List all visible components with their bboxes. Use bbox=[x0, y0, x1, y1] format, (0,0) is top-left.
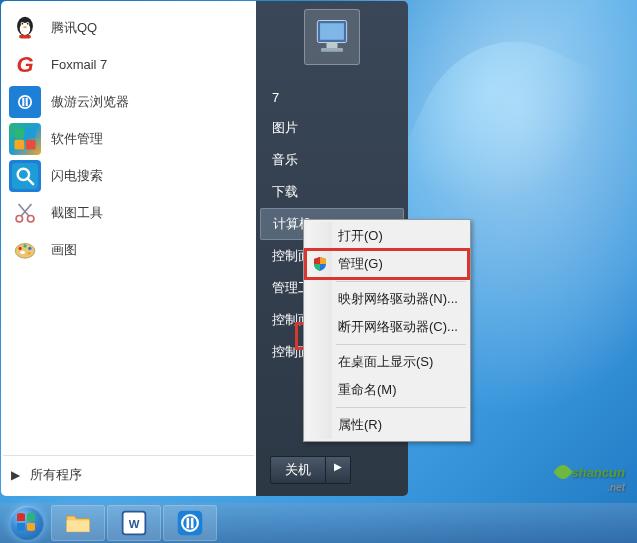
prog-software-mgr[interactable]: 软件管理 bbox=[3, 120, 254, 157]
prog-label: Foxmail 7 bbox=[51, 57, 107, 72]
svg-point-31 bbox=[20, 250, 25, 253]
taskbar-explorer[interactable] bbox=[51, 505, 105, 541]
ctx-manage[interactable]: 管理(G) bbox=[306, 250, 468, 278]
search-app-icon bbox=[9, 160, 41, 192]
svg-point-9 bbox=[27, 22, 29, 24]
shutdown-button[interactable]: 关机 bbox=[270, 456, 326, 484]
all-programs-button[interactable]: ▶ 所有程序 bbox=[3, 455, 254, 494]
foxmail-icon: G bbox=[9, 49, 41, 81]
svg-rect-19 bbox=[12, 163, 38, 189]
right-item-music[interactable]: 音乐 bbox=[256, 144, 408, 176]
prog-qq[interactable]: 腾讯QQ bbox=[3, 9, 254, 46]
svg-rect-1 bbox=[320, 23, 344, 40]
windows-logo-icon bbox=[10, 506, 44, 540]
svg-rect-14 bbox=[26, 97, 28, 105]
svg-rect-15 bbox=[14, 128, 24, 138]
svg-rect-37 bbox=[187, 518, 190, 529]
prog-paint[interactable]: 画图 bbox=[3, 231, 254, 268]
prog-label: 腾讯QQ bbox=[51, 19, 97, 37]
svg-rect-3 bbox=[321, 48, 343, 52]
prog-label: 软件管理 bbox=[51, 130, 103, 148]
svg-point-27 bbox=[19, 246, 22, 249]
taskbar-word[interactable]: W bbox=[107, 505, 161, 541]
svg-rect-2 bbox=[327, 43, 338, 49]
svg-line-25 bbox=[19, 204, 30, 216]
ctx-show-desktop[interactable]: 在桌面上显示(S) bbox=[306, 348, 468, 376]
prog-label: 截图工具 bbox=[51, 204, 103, 222]
svg-rect-18 bbox=[26, 139, 36, 149]
svg-point-8 bbox=[22, 22, 24, 24]
maxthon-icon bbox=[176, 509, 204, 537]
pinned-programs-list: 腾讯QQ G Foxmail 7 傲游云浏览器 软件管理 bbox=[3, 9, 254, 455]
leaf-icon bbox=[553, 462, 573, 482]
prog-label: 画图 bbox=[51, 241, 77, 259]
prog-foxmail[interactable]: G Foxmail 7 bbox=[3, 46, 254, 83]
paint-icon bbox=[9, 234, 41, 266]
svg-point-28 bbox=[23, 244, 26, 247]
shutdown-options-button[interactable]: ▶ bbox=[326, 456, 351, 484]
svg-rect-13 bbox=[22, 97, 24, 105]
svg-line-24 bbox=[21, 204, 32, 216]
watermark: shancun .net bbox=[556, 461, 625, 493]
start-menu-left-panel: 腾讯QQ G Foxmail 7 傲游云浏览器 软件管理 bbox=[1, 1, 256, 496]
user-picture-frame[interactable] bbox=[304, 9, 360, 65]
all-programs-label: 所有程序 bbox=[30, 466, 82, 484]
ctx-properties[interactable]: 属性(R) bbox=[306, 411, 468, 439]
svg-rect-16 bbox=[26, 128, 36, 138]
ctx-map-drive[interactable]: 映射网络驱动器(N)... bbox=[306, 285, 468, 313]
uac-shield-icon bbox=[312, 256, 328, 272]
prog-label: 闪电搜索 bbox=[51, 167, 103, 185]
ctx-separator bbox=[336, 344, 466, 345]
ctx-disconnect-drive[interactable]: 断开网络驱动器(C)... bbox=[306, 313, 468, 341]
arrow-right-icon: ▶ bbox=[11, 468, 20, 482]
maxthon-icon bbox=[9, 86, 41, 118]
prog-snipping[interactable]: 截图工具 bbox=[3, 194, 254, 231]
software-mgr-icon bbox=[9, 123, 41, 155]
prog-maxthon[interactable]: 傲游云浏览器 bbox=[3, 83, 254, 120]
right-item-downloads[interactable]: 下载 bbox=[256, 176, 408, 208]
qq-icon bbox=[9, 12, 41, 44]
start-button[interactable] bbox=[4, 505, 50, 541]
ctx-rename[interactable]: 重命名(M) bbox=[306, 376, 468, 404]
folder-icon bbox=[64, 509, 92, 537]
svg-rect-32 bbox=[67, 520, 90, 531]
ctx-separator bbox=[336, 407, 466, 408]
svg-point-30 bbox=[27, 251, 30, 254]
ctx-separator bbox=[336, 281, 466, 282]
snipping-icon bbox=[9, 197, 41, 229]
taskbar-maxthon[interactable] bbox=[163, 505, 217, 541]
taskbar: W bbox=[0, 503, 637, 543]
right-item-pictures[interactable]: 图片 bbox=[256, 112, 408, 144]
computer-icon bbox=[310, 15, 354, 59]
word-icon: W bbox=[120, 509, 148, 537]
svg-text:W: W bbox=[129, 518, 140, 530]
prog-flash-search[interactable]: 闪电搜索 bbox=[3, 157, 254, 194]
svg-rect-17 bbox=[14, 139, 24, 149]
svg-point-10 bbox=[23, 26, 27, 28]
ctx-open[interactable]: 打开(O) bbox=[306, 222, 468, 250]
svg-rect-38 bbox=[191, 518, 194, 529]
shutdown-group: 关机 ▶ bbox=[270, 456, 351, 484]
context-menu: 打开(O) 管理(G) 映射网络驱动器(N)... 断开网络驱动器(C)... … bbox=[303, 219, 471, 442]
right-item-user[interactable]: 7 bbox=[256, 83, 408, 112]
prog-label: 傲游云浏览器 bbox=[51, 93, 129, 111]
svg-point-29 bbox=[28, 246, 31, 249]
